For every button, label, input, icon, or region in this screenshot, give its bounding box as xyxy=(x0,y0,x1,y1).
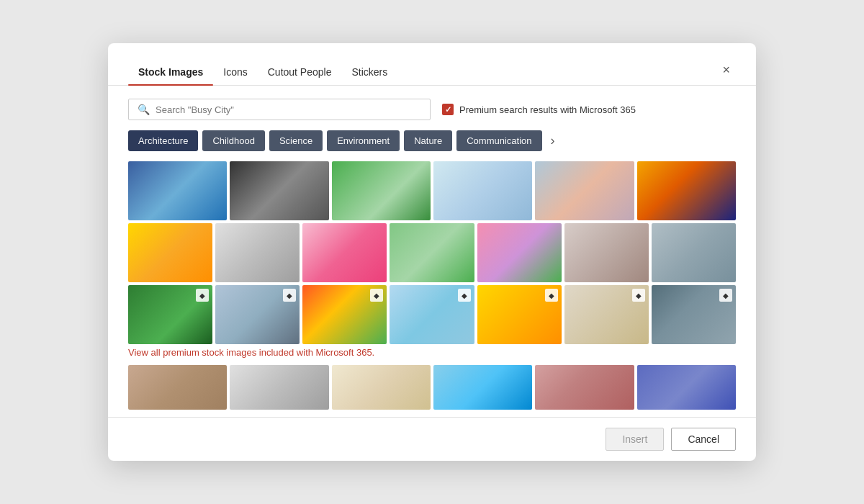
search-row: 🔍 Premium search results with Microsoft … xyxy=(128,99,736,120)
dialog-footer: Insert Cancel xyxy=(108,417,756,461)
premium-badge: ◆ xyxy=(545,289,558,302)
image-cell-premium[interactable]: ◆ xyxy=(128,285,212,344)
image-cell[interactable] xyxy=(637,161,736,220)
image-row-1 xyxy=(128,161,736,220)
tab-stock-images[interactable]: Stock Images xyxy=(128,60,213,85)
category-architecture[interactable]: Architecture xyxy=(128,130,198,151)
category-communication[interactable]: Communication xyxy=(456,130,541,151)
image-cell-premium[interactable]: ◆ xyxy=(564,285,649,344)
premium-badge: ◆ xyxy=(719,289,732,302)
premium-badge: ◆ xyxy=(458,289,471,302)
category-nature[interactable]: Nature xyxy=(404,130,452,151)
image-cell-premium[interactable]: ◆ xyxy=(652,285,736,344)
category-childhood[interactable]: Childhood xyxy=(202,130,265,151)
category-environment[interactable]: Environment xyxy=(327,130,400,151)
image-cell[interactable] xyxy=(230,161,328,220)
search-input[interactable] xyxy=(156,104,421,115)
premium-badge: ◆ xyxy=(283,289,296,302)
tab-icons[interactable]: Icons xyxy=(213,60,257,85)
image-cell-premium[interactable]: ◆ xyxy=(302,285,387,344)
image-cell[interactable] xyxy=(433,161,532,220)
image-row-4 xyxy=(128,365,736,410)
insert-button: Insert xyxy=(606,428,664,451)
image-cell[interactable] xyxy=(477,223,562,282)
image-row-2 xyxy=(128,223,736,282)
close-button[interactable]: × xyxy=(716,60,736,79)
dialog-body: 🔍 Premium search results with Microsoft … xyxy=(108,86,756,417)
image-cell[interactable] xyxy=(332,161,431,220)
premium-badge: ◆ xyxy=(196,289,209,302)
premium-badge: ◆ xyxy=(632,289,645,302)
image-cell[interactable] xyxy=(128,365,227,410)
cancel-button[interactable]: Cancel xyxy=(671,428,736,451)
image-cell[interactable] xyxy=(652,223,736,282)
premium-label: Premium search results with Microsoft 36… xyxy=(459,104,636,115)
search-box: 🔍 xyxy=(128,99,431,120)
image-cell-premium[interactable]: ◆ xyxy=(390,285,474,344)
category-science[interactable]: Science xyxy=(269,130,323,151)
premium-checkbox[interactable] xyxy=(442,104,454,115)
tab-stickers[interactable]: Stickers xyxy=(341,60,397,85)
image-cell[interactable] xyxy=(390,223,474,282)
search-icon: 🔍 xyxy=(138,104,150,115)
premium-badge: ◆ xyxy=(370,289,383,302)
image-cell[interactable] xyxy=(128,161,227,220)
category-row: Architecture Childhood Science Environme… xyxy=(128,130,736,151)
image-cell[interactable] xyxy=(433,365,532,410)
image-cell[interactable] xyxy=(637,365,736,410)
image-cell[interactable] xyxy=(564,223,649,282)
dialog-header: Stock Images Icons Cutout People Sticker… xyxy=(108,43,756,86)
premium-link[interactable]: View all premium stock images included w… xyxy=(128,347,736,358)
image-cell[interactable] xyxy=(230,365,328,410)
image-cell-premium[interactable]: ◆ xyxy=(477,285,562,344)
image-cell[interactable] xyxy=(535,161,634,220)
image-cell[interactable] xyxy=(332,365,431,410)
image-cell[interactable] xyxy=(128,223,212,282)
premium-row: Premium search results with Microsoft 36… xyxy=(442,104,636,115)
stock-images-dialog: Stock Images Icons Cutout People Sticker… xyxy=(108,43,756,461)
image-cell[interactable] xyxy=(535,365,634,410)
image-row-premium: ◆ ◆ ◆ ◆ ◆ ◆ ◆ xyxy=(128,285,736,344)
image-cell[interactable] xyxy=(215,223,300,282)
tab-cutout-people[interactable]: Cutout People xyxy=(258,60,342,85)
image-cell-premium[interactable]: ◆ xyxy=(215,285,300,344)
chevron-right-button[interactable]: › xyxy=(546,130,559,151)
image-cell[interactable] xyxy=(302,223,387,282)
